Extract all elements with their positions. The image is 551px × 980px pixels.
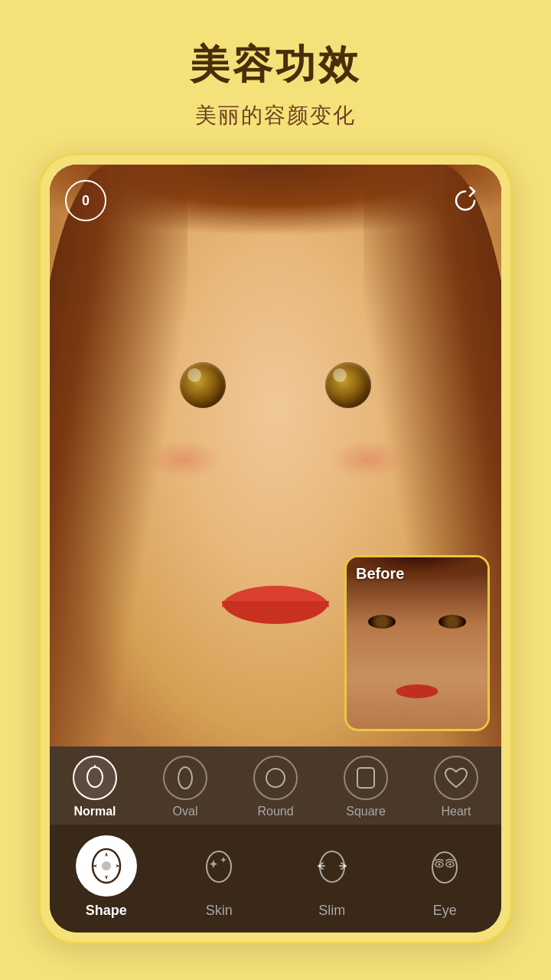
shape-oval-label: Oval <box>173 805 198 818</box>
blush-left <box>145 440 222 479</box>
shape-square-icon <box>344 756 388 800</box>
feature-eye[interactable]: Eye <box>389 835 502 919</box>
shape-round-label: Round <box>257 805 293 818</box>
before-label: Before <box>356 565 404 583</box>
feature-slim-icon <box>302 835 363 897</box>
shape-normal-label: Normal <box>73 805 116 818</box>
feature-tabs-toolbar: Shape Skin <box>50 825 501 933</box>
shape-square[interactable]: Square <box>321 756 411 818</box>
eye-right <box>306 364 390 406</box>
eye-left <box>161 364 245 406</box>
phone-screen: 0 Before <box>50 165 501 933</box>
before-face <box>347 557 487 729</box>
feature-skin-icon <box>188 835 249 897</box>
shape-heart-icon <box>434 756 478 800</box>
eye-iris-left <box>180 362 226 408</box>
shape-oval-icon <box>163 756 207 800</box>
face-image-area: 0 Before <box>50 165 501 746</box>
feature-eye-label: Eye <box>433 903 457 919</box>
feature-shape[interactable]: Shape <box>50 835 163 919</box>
face-shapes-toolbar: Normal Oval Round <box>50 746 501 825</box>
feature-eye-icon <box>414 835 475 897</box>
shape-square-label: Square <box>346 805 386 818</box>
svg-point-0 <box>87 767 103 787</box>
lips <box>222 586 329 624</box>
counter-icon[interactable]: 0 <box>65 180 106 221</box>
shape-heart-label: Heart <box>441 805 471 818</box>
before-thumbnail: Before <box>344 555 490 731</box>
reset-icon[interactable] <box>445 180 486 221</box>
eye-iris-right <box>325 362 371 408</box>
svg-point-9 <box>432 852 457 883</box>
shape-round-icon <box>253 756 298 800</box>
top-section: 美容功效 美丽的容颜变化 <box>0 0 551 153</box>
phone-frame: 0 Before <box>38 153 513 944</box>
lip-lower <box>222 601 329 624</box>
shape-normal[interactable]: Normal <box>50 756 140 818</box>
svg-point-12 <box>439 864 441 866</box>
feature-shape-icon <box>76 835 137 897</box>
svg-point-6 <box>102 861 111 871</box>
svg-rect-4 <box>357 768 374 788</box>
shape-normal-icon <box>73 756 117 800</box>
feature-slim-label: Slim <box>318 903 345 919</box>
feature-slim[interactable]: Slim <box>276 835 389 919</box>
svg-point-2 <box>178 767 192 789</box>
shape-oval[interactable]: Oval <box>140 756 230 818</box>
shape-round[interactable]: Round <box>230 756 321 818</box>
svg-point-13 <box>449 864 452 866</box>
svg-point-7 <box>207 851 231 882</box>
page-title: 美容功效 <box>0 38 551 92</box>
page-subtitle: 美丽的容颜变化 <box>0 101 551 130</box>
shape-heart[interactable]: Heart <box>411 756 501 818</box>
feature-skin[interactable]: Skin <box>163 835 276 919</box>
svg-point-3 <box>266 769 285 787</box>
blush-right <box>329 440 406 479</box>
feature-shape-label: Shape <box>86 903 127 919</box>
feature-skin-label: Skin <box>206 903 233 919</box>
